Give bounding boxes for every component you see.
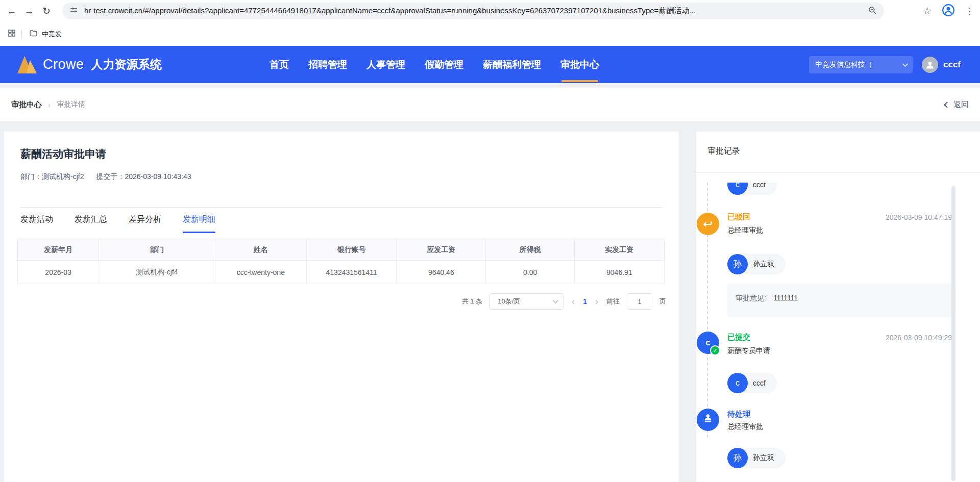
approval-comment: 审批意见: 1111111 (727, 284, 952, 317)
nav-item-approval-center[interactable]: 审批中心 (560, 46, 599, 83)
breadcrumb-separator: › (48, 100, 51, 109)
next-page-icon[interactable]: › (594, 296, 599, 307)
breadcrumb-bar: 审批中心 › 审批详情 返回 (0, 88, 980, 121)
col-net-pay: 实发工资 (574, 239, 664, 261)
browser-reload-icon[interactable]: ↻ (38, 5, 55, 17)
profile-icon[interactable] (942, 4, 955, 19)
col-pay-month: 发薪年月 (18, 239, 99, 261)
nav-item-compensation[interactable]: 薪酬福利管理 (483, 46, 541, 83)
timestamp: 2026-03-09 10:49:29 (886, 334, 952, 342)
tab-diff-analysis[interactable]: 差异分析 (129, 214, 161, 233)
nav-item-personnel[interactable]: 人事管理 (366, 46, 405, 83)
table-row[interactable]: 2026-03 测试机构-cjf4 ccc-twenty-one 4132431… (18, 261, 665, 284)
goto-label: 前往 (606, 297, 620, 306)
logo-mark-icon (15, 54, 39, 75)
prev-page-icon[interactable]: ‹ (571, 296, 576, 307)
browser-menu-icon[interactable]: ⋮ (965, 6, 975, 17)
col-department: 部门 (99, 239, 215, 261)
check-badge-icon: ✓ (710, 345, 720, 356)
step-role: 总经理审批 (727, 422, 763, 432)
pagination: 共 1 条 10条/页 ‹ 1 › 前往 页 (462, 293, 666, 310)
detail-tabs: 发薪活动 发薪汇总 差异分析 发薪明细 (20, 214, 215, 233)
approval-record-title: 审批记录 (707, 146, 740, 157)
brand-name: Crowe (43, 57, 84, 72)
divider (20, 207, 663, 208)
assignee-name: 孙立双 (753, 260, 774, 269)
avatar: 孙 (727, 448, 748, 468)
cell-bank-account: 4132431561411 (307, 261, 397, 284)
site-settings-icon[interactable] (69, 6, 78, 16)
browser-toolbar: ← → ↻ hr-test.croweit.cn/#/approval/deta… (0, 0, 980, 22)
browser-actions: ☆ ⋮ (923, 0, 975, 22)
address-bar[interactable]: hr-test.croweit.cn/#/approval/details?ap… (62, 3, 884, 19)
bookmark-star-icon[interactable]: ☆ (923, 5, 932, 17)
bookmark-divider (21, 30, 22, 39)
approval-record-card: 审批记录 c cccf ↩ 已驳回 2026-03-09 10:47:19 总经… (696, 132, 980, 482)
system-name: 人力资源系统 (91, 57, 162, 72)
pagination-total: 共 1 条 (462, 297, 482, 306)
avatar: 孙 (727, 254, 748, 274)
approval-timeline[interactable]: c cccf ↩ 已驳回 2026-03-09 10:47:19 总经理审批 孙… (696, 183, 980, 482)
nav-item-recruit[interactable]: 招聘管理 (308, 46, 347, 83)
pay-details-table: 发薪年月 部门 姓名 银行账号 应发工资 所得税 实发工资 2026-03 测试… (17, 239, 665, 284)
apps-grid-icon[interactable] (7, 29, 16, 40)
cell-income-tax: 0.00 (486, 261, 574, 284)
screen: ← → ↻ hr-test.croweit.cn/#/approval/deta… (0, 0, 980, 482)
chevron-down-icon (553, 298, 558, 303)
bookmark-folder[interactable]: 中竞发 (29, 29, 62, 39)
username: cccf (943, 60, 961, 70)
app-header: Crowe 人力资源系统 首页 招聘管理 人事管理 假勤管理 薪酬福利管理 审批… (0, 46, 980, 83)
org-select-dropdown[interactable]: 中竞发信息科技（ (809, 56, 913, 73)
avatar-letter: c (705, 338, 710, 348)
detail-meta: 部门：测试机构-cjf2 提交于：2026-03-09 10:43:43 (20, 172, 191, 182)
col-bank-account: 银行账号 (307, 239, 397, 261)
back-button[interactable]: 返回 (945, 100, 969, 110)
folder-icon (29, 29, 38, 39)
avatar: c (727, 183, 748, 195)
col-gross-pay: 应发工资 (397, 239, 486, 261)
cell-net-pay: 8046.91 (574, 261, 664, 284)
goto-page-input[interactable] (627, 293, 652, 310)
main-nav: 首页 招聘管理 人事管理 假勤管理 薪酬福利管理 审批中心 (270, 46, 599, 83)
cell-name: ccc-twenty-one (215, 261, 306, 284)
status-pending: 待处理 (727, 410, 750, 419)
user-menu[interactable]: cccf (922, 46, 961, 83)
status-submitted: 已提交 (727, 333, 750, 342)
stamp-icon (702, 413, 714, 427)
browser-back-icon[interactable]: ← (3, 6, 20, 17)
tab-pay-details[interactable]: 发薪明细 (183, 214, 215, 233)
meta-submit-time: 提交于：2026-03-09 10:43:43 (96, 172, 191, 182)
bookmark-bar: 中竞发 (0, 22, 980, 46)
back-label: 返回 (953, 100, 969, 110)
page-title: 薪酬活动审批申请 (20, 147, 106, 161)
table-header-row: 发薪年月 部门 姓名 银行账号 应发工资 所得税 实发工资 (18, 239, 665, 261)
nav-item-home[interactable]: 首页 (270, 46, 289, 83)
current-page[interactable]: 1 (583, 297, 587, 306)
cell-gross-pay: 9640.46 (397, 261, 486, 284)
status-rejected: 已驳回 (727, 212, 750, 222)
tab-pay-summary[interactable]: 发薪汇总 (75, 214, 107, 233)
browser-forward-icon[interactable]: → (20, 6, 38, 17)
col-name: 姓名 (215, 239, 306, 261)
rejected-node: ↩ (697, 213, 719, 235)
zoom-out-icon[interactable] (868, 6, 877, 17)
org-select-value: 中竞发信息科技（ (815, 60, 902, 69)
tab-pay-activity[interactable]: 发薪活动 (20, 214, 53, 233)
assignee-chip-partial: c cccf (727, 183, 777, 195)
assignee-chip: c cccf (727, 373, 777, 393)
comment-label: 审批意见: (736, 294, 766, 317)
breadcrumb-root[interactable]: 审批中心 (11, 100, 42, 110)
timeline-scrollbar[interactable] (951, 186, 955, 481)
divider (696, 172, 980, 173)
timeline-status-row: 已提交 2026-03-09 10:49:29 (727, 333, 952, 342)
page-unit-label: 页 (659, 297, 666, 306)
assignee-name: 孙立双 (753, 453, 774, 463)
url-text[interactable]: hr-test.croweit.cn/#/approval/details?ap… (84, 6, 868, 16)
page-size-select[interactable]: 10条/页 (489, 293, 564, 310)
assignee-chip: 孙 孙立双 (727, 448, 786, 468)
assignee-name: cccf (753, 379, 766, 387)
col-income-tax: 所得税 (486, 239, 574, 261)
comment-text: 1111111 (773, 294, 798, 317)
nav-item-attendance[interactable]: 假勤管理 (425, 46, 463, 83)
timeline-status-row: 已驳回 2026-03-09 10:47:19 (727, 212, 952, 222)
